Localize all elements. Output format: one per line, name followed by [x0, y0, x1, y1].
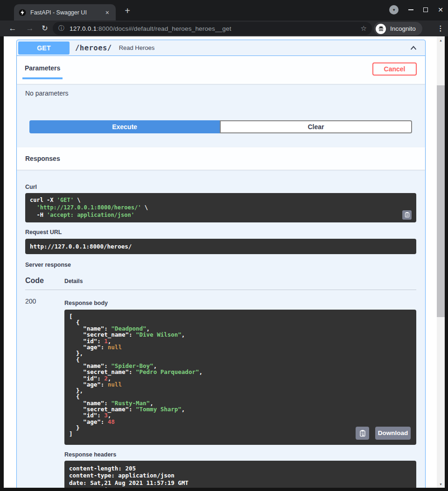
- response-row-200: 200 Response body [ { "name": "Deadpond"…: [25, 297, 416, 488]
- collapse-chevron-icon[interactable]: [409, 44, 418, 52]
- code-column-header: Code: [25, 277, 64, 285]
- page-scrollbar[interactable]: ▲ ▼: [437, 36, 445, 488]
- tab-strip: FastAPI - Swagger UI × + ▼ ✕: [0, 0, 448, 21]
- response-headers-label: Response headers: [64, 451, 416, 458]
- responses-header: Responses: [17, 147, 425, 170]
- cancel-button[interactable]: Cancel: [372, 62, 417, 76]
- curl-label: Curl: [25, 184, 416, 190]
- responses-body: Curl curl -X 'GET' \ 'http://127.0.0.1:8…: [17, 170, 425, 488]
- clear-button[interactable]: Clear: [220, 120, 412, 133]
- details-column-header: Details: [64, 278, 83, 285]
- response-body-label: Response body: [64, 300, 416, 306]
- maximize-button[interactable]: [423, 7, 428, 12]
- parameters-body: No parameters Execute Clear: [17, 84, 425, 133]
- scroll-down-icon[interactable]: ▼: [437, 480, 445, 488]
- response-table-header: Code Details: [25, 277, 416, 290]
- opblock-summary[interactable]: GET /heroes/ Read Heroes: [17, 40, 425, 56]
- url-path: :8000/docs#/default/read_heroes_heroes__…: [97, 25, 231, 32]
- scrollbar-thumb[interactable]: [437, 85, 445, 317]
- bookmark-star-icon[interactable]: ☆: [361, 24, 367, 33]
- reload-icon[interactable]: ↻: [39, 24, 51, 33]
- method-badge: GET: [18, 41, 70, 55]
- response-detail: Response body [ { "name": "Deadpond", "s…: [64, 297, 416, 488]
- execute-row: Execute Clear: [29, 120, 412, 133]
- incognito-label: Incognito: [390, 25, 416, 32]
- execute-button[interactable]: Execute: [29, 120, 220, 133]
- browser-update-icon[interactable]: ▼: [389, 5, 399, 14]
- response-headers-text: content-length: 205 content-type: applic…: [69, 465, 412, 488]
- new-tab-button[interactable]: +: [122, 6, 133, 15]
- browser-menu-icon[interactable]: ⋮: [436, 23, 445, 33]
- browser-toolbar: ← → ↻ ⓘ 127.0.0.1:8000/docs#/default/rea…: [0, 21, 448, 36]
- swagger-page: GET /heroes/ Read Heroes Parameters Canc…: [4, 36, 445, 488]
- no-parameters-text: No parameters: [25, 90, 417, 97]
- browser-tab[interactable]: FastAPI - Swagger UI ×: [14, 4, 116, 21]
- opblock-get-heroes: GET /heroes/ Read Heroes Parameters Canc…: [16, 40, 426, 488]
- curl-command: curl -X 'GET' \ 'http://127.0.0.1:8000/h…: [30, 196, 412, 219]
- response-headers-block: content-length: 205 content-type: applic…: [64, 461, 416, 488]
- response-body-controls: Download: [356, 427, 411, 440]
- request-url-value: http://127.0.0.1:8000/heroes/: [30, 243, 412, 250]
- tab-parameters[interactable]: Parameters: [22, 64, 63, 79]
- responses-title: Responses: [25, 155, 60, 162]
- window-controls: ▼ ✕: [389, 5, 443, 14]
- server-response-label: Server response: [25, 262, 416, 268]
- url-host: 127.0.0.1: [70, 25, 97, 32]
- response-body-json: [ { "name": "Deadpond", "secret_name": "…: [69, 313, 412, 437]
- curl-command-block: curl -X 'GET' \ 'http://127.0.0.1:8000/h…: [25, 193, 416, 222]
- copy-response-button[interactable]: [356, 427, 369, 440]
- scroll-up-icon[interactable]: ▲: [437, 36, 445, 44]
- incognito-badge: Incognito: [374, 22, 422, 35]
- parameters-header: Parameters Cancel: [17, 56, 425, 84]
- request-url-label: Request URL: [25, 229, 416, 235]
- url-text[interactable]: 127.0.0.1:8000/docs#/default/read_heroes…: [70, 25, 231, 32]
- incognito-icon: [376, 24, 386, 34]
- tab-title: FastAPI - Swagger UI: [30, 9, 104, 16]
- tab-close-icon[interactable]: ×: [104, 8, 111, 17]
- forward-icon[interactable]: →: [24, 24, 36, 33]
- info-icon[interactable]: ⓘ: [58, 24, 64, 33]
- status-code: 200: [25, 297, 64, 488]
- parameters-tab-label: Parameters: [25, 64, 60, 72]
- copy-curl-button[interactable]: [402, 210, 412, 220]
- window-close-button[interactable]: ✕: [438, 7, 443, 13]
- fastapi-bolt-icon: [19, 9, 26, 16]
- minimize-button[interactable]: [408, 9, 413, 10]
- download-button[interactable]: Download: [375, 427, 411, 440]
- response-body-block: [ { "name": "Deadpond", "secret_name": "…: [64, 310, 416, 445]
- endpoint-path: /heroes/: [75, 44, 112, 52]
- back-icon[interactable]: ←: [7, 24, 19, 33]
- url-bar[interactable]: ⓘ 127.0.0.1:8000/docs#/default/read_hero…: [53, 22, 372, 35]
- request-url-block: http://127.0.0.1:8000/heroes/: [25, 239, 416, 254]
- endpoint-summary: Read Heroes: [119, 44, 155, 51]
